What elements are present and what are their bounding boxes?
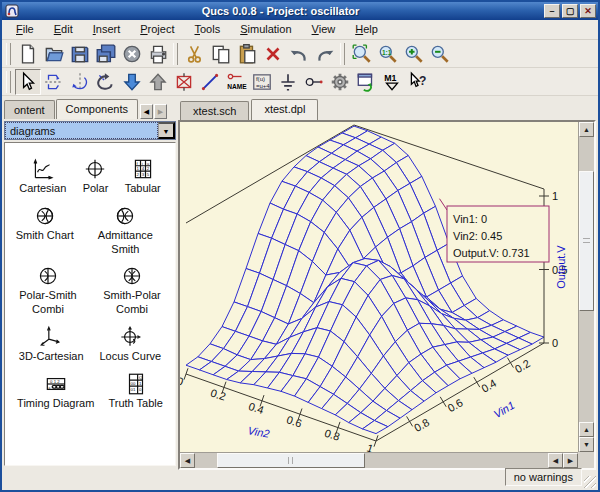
combobox-dropdown-icon[interactable]: ▼ [158,122,175,139]
svg-text:Output.V: Output.V [555,245,567,289]
menu-file[interactable]: File [8,21,42,38]
delete-button[interactable] [260,41,286,67]
mirror-about-x-button[interactable] [41,69,67,95]
toolbar-tools: NAMEf(u)=u+4M1? [2,68,598,96]
zoom-one-to-one-icon: 1:1 [377,43,399,65]
palette-item-locus-curve[interactable]: Locus Curve [96,319,164,366]
new-document-button[interactable] [15,41,41,67]
copy-button[interactable] [208,41,234,67]
zoom-in-icon [403,43,425,65]
close-document-button[interactable] [119,41,145,67]
resize-grip-icon[interactable] [584,476,596,488]
insert-ground-button[interactable] [275,69,301,95]
tab-scroll-left-icon[interactable]: ◀ [140,104,153,119]
zoom-fit-button[interactable] [349,41,375,67]
palette-item-polar-smith-combi[interactable]: Polar-Smith Combi [6,258,90,319]
simulate-button[interactable] [327,69,353,95]
paste-button[interactable] [234,41,260,67]
palette-item-3d-cartesian[interactable]: 3D-Cartesian [16,319,87,366]
menu-edit[interactable]: Edit [46,21,81,38]
wire-label-button[interactable]: NAME [223,69,249,95]
minimize-button[interactable]: – [544,4,560,18]
document-tab-bar: xtest.schxtest.dpl [178,98,596,120]
marker-line: Output.V: 0.731 [453,247,530,259]
vertical-scrollbar[interactable]: ▲ ▲ ▼ [578,122,594,452]
menu-simulation[interactable]: Simulation [232,21,299,38]
zoom-in-button[interactable] [401,41,427,67]
paste-icon [236,43,258,65]
print-icon [147,43,169,65]
zoom-out-button[interactable] [427,41,453,67]
redo-button[interactable] [312,41,338,67]
go-into-subcircuit-icon [121,71,143,93]
document-area: xtest.schxtest.dpl 00.20.40.60.810.20.40… [178,98,596,466]
zoom-out-icon [429,43,451,65]
palette-item-cartesian[interactable]: Cartesian [16,151,69,198]
palette-item-label: Cartesian [19,182,66,196]
qucs-window: Qucs 0.0.8 - Project: oscillator –▢✕ Fil… [0,0,600,492]
scroll-down-icon[interactable]: ▼ [579,437,594,452]
document-tab-xtest.dpl[interactable]: xtest.dpl [251,99,318,120]
vscroll-thumb[interactable] [579,171,594,311]
menu-project[interactable]: Project [132,21,182,38]
svg-text:?: ? [419,74,426,88]
title-bar[interactable]: Qucs 0.0.8 - Project: oscillator –▢✕ [2,2,598,20]
palette-item-admittance-smith[interactable]: Admittance Smith [83,198,167,259]
print-button[interactable] [145,41,171,67]
palette-item-timing-diagram[interactable]: 0 1 2cTiming Diagram [14,366,97,413]
palette-item-smith-polar-combi[interactable]: Smith-Polar Combi [90,258,174,319]
wire-label-icon: NAME [225,71,247,93]
undo-button[interactable] [286,41,312,67]
menu-view[interactable]: View [304,21,344,38]
menu-tools[interactable]: Tools [187,21,229,38]
diagram-type-combobox[interactable]: diagrams ▼ [4,121,176,140]
vscroll-track[interactable] [579,137,594,422]
insert-port-button[interactable] [301,69,327,95]
palette-item-label: Locus Curve [99,350,161,364]
svg-text:=u+4: =u+4 [256,82,270,88]
maximize-button[interactable]: ▢ [562,4,578,18]
insert-equation-button[interactable]: f(u)=u+4 [249,69,275,95]
svg-text:01: 01 [130,386,135,391]
pop-out-button[interactable] [145,69,171,95]
toolbar-handle[interactable] [6,71,11,93]
palette-item-tabular[interactable]: fiu142235Tabular [122,151,164,198]
dock-tab-ontent[interactable]: ontent [4,100,55,119]
zoom-one-to-one-button[interactable]: 1:1 [375,41,401,67]
document-tab-xtest.sch[interactable]: xtest.sch [180,101,249,120]
toggle-data-display-icon [355,71,377,93]
go-into-subcircuit-button[interactable] [119,69,145,95]
rotate-button[interactable] [93,69,119,95]
close-button[interactable]: ✕ [580,4,596,18]
svg-text:NAME: NAME [227,82,247,89]
save-all-documents-button[interactable] [93,41,119,67]
toggle-data-display-button[interactable] [353,69,379,95]
scroll-up2-icon[interactable]: ▲ [579,422,594,437]
select-pointer-button[interactable] [15,69,41,95]
whats-this-help-button[interactable]: ? [405,69,431,95]
undo-icon [288,43,310,65]
palette-item-polar[interactable]: Polar [79,151,111,198]
rotate-ccw-button[interactable] [67,69,93,95]
set-marker-button[interactable]: M1 [379,69,405,95]
marker-box[interactable]: Vin1: 0Vin2: 0.45Output.V: 0.731 [440,199,550,262]
svg-text:0: 0 [552,337,558,349]
svg-text:M1: M1 [384,72,396,82]
3d-plot[interactable]: 00.20.40.60.810.20.40.60.800.51Vin2Vin1O… [180,122,572,452]
open-document-button[interactable] [41,41,67,67]
palette-item-smith-chart[interactable]: Smith Chart [13,198,77,259]
insert-wire-button[interactable] [197,69,223,95]
tab-scroll-right-icon[interactable]: ▶ [154,104,167,119]
toolbar-handle[interactable] [6,43,11,65]
palette-item-truth-table[interactable]: Q001010Truth Table [105,366,165,413]
svg-text:0 1 2: 0 1 2 [50,379,60,384]
marker-line: Vin1: 0 [453,213,487,225]
menu-insert[interactable]: Insert [85,21,129,38]
menu-help[interactable]: Help [347,21,386,38]
scroll-up-icon[interactable]: ▲ [579,122,594,137]
palette-item-label: Polar-Smith Combi [9,289,87,317]
dock-tab-components[interactable]: Components [56,99,138,119]
save-document-button[interactable] [67,41,93,67]
deactivate-button[interactable] [171,69,197,95]
cut-button[interactable] [182,41,208,67]
